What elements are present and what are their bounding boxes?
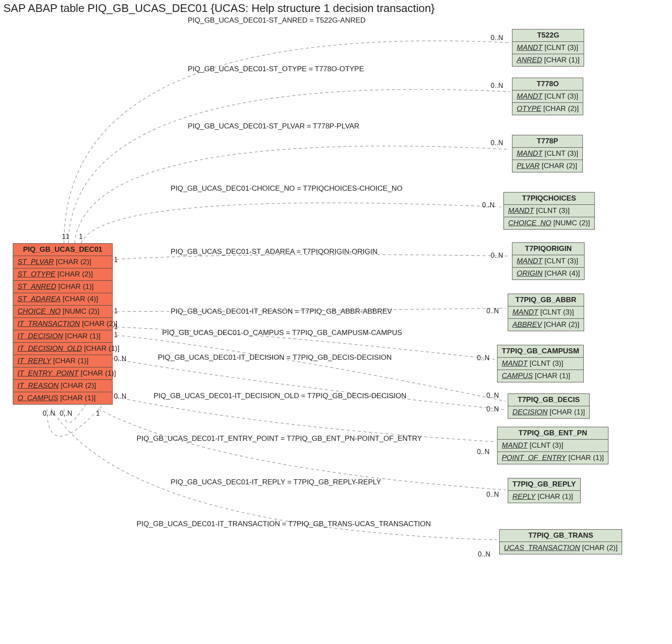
cardinality-right: 0..N [486,405,499,413]
relation-label: PIQ_GB_UCAS_DEC01-IT_DECISION_OLD = T7PI… [154,392,407,400]
entity-header: T778O [512,78,583,90]
cardinality-left: 0..N [60,410,72,417]
relation-label: PIQ_GB_UCAS_DEC01-IT_REASON = T7PIQ_GB_A… [171,307,392,316]
cardinality-right: 0..N [486,392,499,399]
relation-label: PIQ_GB_UCAS_DEC01-ST_ADAREA = T7PIQORIGI… [171,248,378,256]
entity-target: T7PIQ_GB_ABBRMANDT [CLNT (3)]ABBREV [CHA… [508,294,584,331]
entity-field: IT_DECISION_OLD [CHAR (1)] [13,343,112,355]
entity-field: IT_TRANSACTION [CHAR (2)] [13,318,112,330]
entity-field: O_CAMPUS [CHAR (1)] [13,392,112,404]
entity-field: MANDT [CLNT (3)] [508,306,584,319]
relation-label: PIQ_GB_UCAS_DEC01-IT_ENTRY_POINT = T7PIQ… [137,434,422,443]
entity-field: PLVAR [CHAR (2)] [512,160,582,172]
cardinality-left: 1 [96,410,100,417]
entity-field: ANRED [CHAR (1)] [512,54,584,66]
entity-target: T7PIQORIGINMANDT [CLNT (3)]ORIGIN [CHAR … [512,242,585,280]
entity-field: UCAS_TRANSACTION [CHAR (2)] [500,542,622,554]
entity-target: T7PIQ_GB_DECISDECISION [CHAR (1)] [508,393,590,419]
entity-field: MANDT [CLNT (3)] [512,42,584,54]
cardinality-left: 1 [114,256,118,264]
cardinality-left: 0..N [114,393,126,400]
entity-field: MANDT [CLNT (3)] [497,358,583,370]
entity-field: CAMPUS [CHAR (1)] [497,370,583,382]
entity-field: MANDT [CLNT (3)] [504,205,594,217]
er-diagram-canvas: SAP ABAP table PIQ_GB_UCAS_DEC01 {UCAS: … [0,0,672,644]
entity-header: T7PIQ_GB_TRANS [500,530,622,542]
entity-field: ABBREV [CHAR (2)] [508,319,584,331]
cardinality-left: 1 [79,233,83,241]
relation-label: PIQ_GB_UCAS_DEC01-ST_ANRED = T522G-ANRED [188,16,366,25]
cardinality-right: 0..N [478,551,490,558]
entity-field: IT_REPLY [CHAR (1)] [13,355,112,367]
entity-header: T522G [512,29,584,42]
cardinality-right: 0..N [491,34,503,42]
entity-header: T7PIQ_GB_REPLY [508,478,580,491]
entity-field: IT_REASON [CHAR (2)] [13,380,112,392]
entity-target: T778OMANDT [CLNT (3)]OTYPE [CHAR (2)] [512,78,583,115]
entity-target: T7PIQ_GB_CAMPUSMMANDT [CLNT (3)]CAMPUS [… [497,345,584,382]
entity-field: MANDT [CLNT (3)] [512,90,583,103]
entity-target: T7PIQ_GB_TRANSUCAS_TRANSACTION [CHAR (2)… [499,529,622,554]
relation-label: PIQ_GB_UCAS_DEC01-O_CAMPUS = T7PIQ_GB_CA… [162,329,402,337]
entity-target: T7PIQ_GB_ENT_PNMANDT [CLNT (3)]POINT_OF_… [497,427,608,464]
entity-field: REPLY [CHAR (1)] [508,491,580,503]
entity-field: CHOICE_NO [NUMC (2)] [13,306,112,318]
relation-label: PIQ_GB_UCAS_DEC01-IT_DECISION = T7PIQ_GB… [158,353,392,362]
cardinality-right: 0..N [477,448,489,456]
entity-field: MANDT [CLNT (3)] [512,255,584,268]
entity-target: T778PMANDT [CLNT (3)]PLVAR [CHAR (2)] [512,135,583,172]
entity-main: PIQ_GB_UCAS_DEC01 ST_PLVAR [CHAR (2)]ST_… [13,243,113,405]
entity-header: T7PIQCHOICES [504,192,594,205]
entity-field: ST_ADAREA [CHAR (4)] [13,293,112,306]
cardinality-right: 0..N [486,491,499,498]
cardinality-left: 0..N [43,410,55,417]
entity-field: IT_ENTRY_POINT [CHAR (1)] [13,367,112,380]
entity-header: T7PIQ_GB_ENT_PN [497,427,608,440]
entity-header: T7PIQORIGIN [512,243,584,255]
cardinality-left: 1 [114,323,118,331]
cardinality-right: 0..N [486,307,499,315]
cardinality-left: 0..N [114,355,126,363]
cardinality-right: 0..N [491,139,503,147]
entity-field: MANDT [CLNT (3)] [497,440,608,452]
entity-field: ST_ANRED [CHAR (1)] [13,281,112,293]
cardinality-left: 11 [62,233,70,241]
entity-header: T7PIQ_GB_CAMPUSM [497,345,583,358]
cardinality-right: 0..N [491,82,503,90]
relation-label: PIQ_GB_UCAS_DEC01-ST_OTYPE = T778O-OTYPE [188,65,364,73]
cardinality-right: 0..N [491,252,503,259]
entity-header: T7PIQ_GB_DECIS [508,394,589,406]
entity-field: ST_OTYPE [CHAR (2)] [13,268,112,281]
entity-target: T7PIQ_GB_REPLYREPLY [CHAR (1)] [508,478,581,503]
entity-field: ORIGIN [CHAR (4)] [512,268,584,280]
entity-target: T522GMANDT [CLNT (3)]ANRED [CHAR (1)] [512,29,584,67]
cardinality-right: 0..N [477,354,489,362]
cardinality-left: 1 [114,307,118,315]
entity-field: IT_DECISION [CHAR (1)] [13,330,112,343]
entity-field: CHOICE_NO [NUMC (2)] [504,217,594,229]
entity-field: DECISION [CHAR (1)] [508,406,589,418]
entity-field: MANDT [CLNT (3)] [512,148,582,160]
entity-field: OTYPE [CHAR (2)] [512,103,583,115]
relation-label: PIQ_GB_UCAS_DEC01-IT_REPLY = T7PIQ_GB_RE… [171,478,381,487]
cardinality-left: 1 [114,331,118,339]
entity-header: T7PIQ_GB_ABBR [508,294,584,306]
relation-label: PIQ_GB_UCAS_DEC01-IT_TRANSACTION = T7PIQ… [137,520,431,528]
entity-header: T778P [512,135,582,148]
entity-field: ST_PLVAR [CHAR (2)] [13,256,112,268]
entity-header: PIQ_GB_UCAS_DEC01 [13,244,112,256]
entity-target: T7PIQCHOICESMANDT [CLNT (3)]CHOICE_NO [N… [503,192,595,230]
relation-label: PIQ_GB_UCAS_DEC01-ST_PLVAR = T778P-PLVAR [188,122,359,131]
cardinality-right: 0..N [482,201,495,209]
relation-label: PIQ_GB_UCAS_DEC01-CHOICE_NO = T7PIQCHOIC… [171,184,402,193]
entity-field: POINT_OF_ENTRY [CHAR (1)] [497,452,608,464]
page-title: SAP ABAP table PIQ_GB_UCAS_DEC01 {UCAS: … [3,2,435,15]
